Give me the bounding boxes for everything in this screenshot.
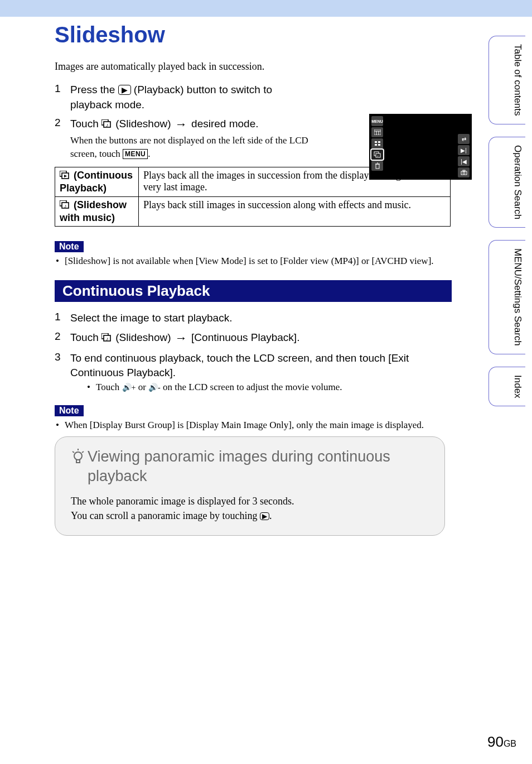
page-title: Slideshow [55,22,456,47]
lcd-right-buttons: ⇄ ▶| |◀ [458,134,470,177]
lcd-index-button[interactable] [371,138,383,148]
tip-line2-post: . [269,510,272,521]
tip-body: The whole panoramic image is displayed f… [71,494,431,523]
tip-line2: You can scroll a panoramic image by touc… [71,508,431,523]
sub-pre: Touch [96,382,122,392]
step-2-text: Touch ♪ (Slideshow) → desired mode. [70,117,311,133]
svg-text:♪: ♪ [106,122,109,128]
bullet-icon: • [86,382,91,393]
step-cp-1: 1 Select the image to start playback. [55,311,456,326]
step-cp-3-sub: • Touch 🔊+ or 🔊- on the LCD screen to ad… [86,382,456,393]
lcd-menu-button[interactable]: MENU [371,116,383,126]
step-number: 1 [55,311,64,326]
tip-box: Viewing panoramic images during continuo… [55,436,445,536]
step-number: 1 [55,83,64,112]
svg-text:♪: ♪ [64,203,67,209]
menu-icon: MENU [123,149,148,160]
tab-operation-search[interactable]: Operation Search [489,137,525,228]
step-number: 2 [55,117,64,160]
note-label: Note [55,241,84,252]
volume-down-icon: 🔊- [148,383,161,392]
note-1: • [Slideshow] is not available when [Vie… [55,256,456,267]
sub-mid: or [136,382,148,392]
page-num-value: 90 [487,733,504,750]
tip-line2-pre: You can scroll a panoramic image by touc… [71,510,260,521]
svg-rect-8 [378,141,380,143]
row2-label: ♪ (Slideshow with music) [55,197,139,227]
lcd-wide-button[interactable]: ⇄ [458,134,470,144]
tip-icon [71,448,85,486]
svg-rect-29 [76,460,80,463]
bullet-icon: • [55,420,60,431]
step-cp-2: 2 Touch ♪ (Slideshow) → [Continuous Play… [55,330,456,347]
step-2-sub: When the buttons are not displayed on th… [70,134,311,161]
note-label: Note [55,405,84,416]
svg-rect-14 [376,164,379,169]
svg-point-18 [463,172,465,174]
tip-title: Viewing panoramic images during continuo… [71,447,431,486]
step-1-pre: Press the [70,84,118,95]
lcd-left-buttons: MENU ♪ [371,116,383,171]
main-content: Slideshow Images are automatically playe… [55,22,456,536]
bullet-icon: • [55,256,60,267]
tab-menu-settings[interactable]: MENU/Settings Search [489,240,525,354]
step-cp-3: 3 To end continuous playback, touch the … [55,351,456,393]
slideshow-icon: ♪ [101,331,113,347]
steps-top: 1 Press the ▶ (Playback) button to switc… [55,83,311,160]
step-2-pre: Touch [70,118,101,129]
step-cp-3-text: To end continuous playback, touch the LC… [70,351,456,381]
note-2: • When [Display Burst Group] is [Display… [55,420,456,431]
svg-line-31 [72,451,74,453]
lcd-delete-button[interactable] [371,161,383,171]
svg-rect-3 [374,129,381,135]
step-2-mid: (Slideshow) [113,118,174,129]
page-num-suffix: GB [504,739,516,748]
playback-icon: ▶ [118,85,131,95]
step-2-post: desired mode. [188,118,259,129]
tab-index[interactable]: Index [489,367,525,407]
slideshow-music-icon: ♪ [60,200,71,212]
lcd-preview: MENU ♪ ⇄ ▶| |◀ [369,114,472,180]
note-2-text: When [Display Burst Group] is [Display M… [65,420,424,431]
page-number: 90GB [487,733,516,751]
step-2-sub-pre: When the buttons are not displayed on th… [70,135,308,159]
svg-text:♪: ♪ [377,154,379,157]
step-cp-3-sub-text: Touch 🔊+ or 🔊- on the LCD screen to adju… [96,382,342,393]
svg-point-28 [74,452,82,460]
intro-text: Images are automatically played back in … [55,61,456,73]
table-row: ♪ (Slideshow with music) Plays back stil… [55,197,451,227]
lcd-slideshow-button[interactable]: ♪ [371,150,383,160]
svg-rect-19 [463,170,465,171]
svg-rect-10 [378,144,380,146]
lcd-calendar-button[interactable] [371,127,383,137]
tip-line1: The whole panoramic image is displayed f… [71,494,431,508]
step-1-text: Press the ▶ (Playback) button to switch … [70,83,311,112]
step-cp-2-mid: (Slideshow) [113,331,174,343]
svg-rect-7 [375,141,377,143]
continuous-playback-icon [60,171,71,182]
step-2: 2 Touch ♪ (Slideshow) → desired mode. Wh… [55,117,311,160]
step-cp-1-text: Select the image to start playback. [70,311,456,326]
svg-line-32 [82,451,84,453]
slideshow-icon: ♪ [101,118,113,133]
step-cp-2-pre: Touch [70,331,101,343]
step-cp-2-post: [Continuous Playback]. [188,331,300,343]
svg-text:♪: ♪ [106,336,109,342]
step-cp-2-text: Touch ♪ (Slideshow) → [Continuous Playba… [70,330,456,347]
volume-up-icon: 🔊+ [122,383,136,392]
play-icon: ▶ [260,512,269,520]
lcd-camera-button[interactable] [458,167,470,177]
note-1-text: [Slideshow] is not available when [View … [65,256,434,267]
lcd-next-button[interactable]: ▶| [458,145,470,155]
svg-rect-9 [375,144,377,146]
tip-title-text: Viewing panoramic images during continuo… [88,447,431,486]
tab-toc[interactable]: Table of contents [489,36,525,124]
step-2-sub-post: . [148,148,150,159]
step-number: 2 [55,330,64,347]
lcd-prev-button[interactable]: |◀ [458,156,470,166]
side-tabs: Table of contents Operation Search MENU/… [489,36,525,406]
row1-label: (Continuous Playback) [55,167,139,197]
row2-desc: Plays back still images in succession al… [139,197,451,227]
sub-post: on the LCD screen to adjust the movie vo… [161,382,342,392]
step-number: 3 [55,351,64,393]
